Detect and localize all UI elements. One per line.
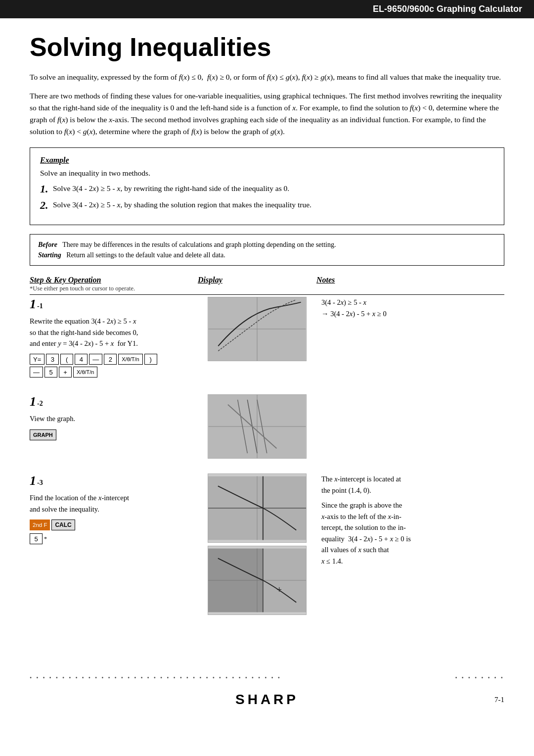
header-bar: EL-9650/9600c Graphing Calculator (0, 0, 534, 18)
dots-left: • • • • • • • • • • • • • • • • • • • • … (30, 674, 281, 682)
graph-1-1 (208, 297, 307, 361)
header-title: EL-9650/9600c Graphing Calculator (373, 4, 522, 14)
step-1-3-notes: The x-intercept is located atthe point (… (316, 473, 504, 567)
intro-paragraph-2: There are two methods of finding these v… (30, 90, 504, 138)
step-1-1-notes: 3(4 - 2x) ≥ 5 - x → 3(4 - 2x) - 5 + x ≥ … (316, 297, 504, 319)
step-1-2-display (198, 394, 316, 459)
header-display-label: Display (198, 276, 316, 284)
step-1-1-number: 1 -1 (30, 297, 198, 312)
step-1-2-left: 1 -2 View the graph. GRAPH (30, 394, 198, 442)
step-1-2-keys: GRAPH (30, 429, 198, 440)
step-1-3-row: 1 -3 Find the location of the x-intercep… (30, 473, 504, 615)
footer-divider: • • • • • • • • • • • • • • • • • • • • … (0, 674, 534, 682)
key-2: 2 (104, 354, 117, 365)
key-y-equals: Y= (30, 354, 44, 365)
key-3: 3 (46, 354, 59, 365)
header-step-label: Step & Key Operation (30, 276, 198, 284)
key-open-paren: ( (60, 354, 73, 365)
key-minus-2: — (30, 367, 43, 378)
key-5-calc: 5 (30, 533, 43, 544)
step-1-3-left: 1 -3 Find the location of the x-intercep… (30, 473, 198, 546)
step-1-2-desc: View the graph. (30, 413, 198, 424)
step-1-1-desc: Rewrite the equation 3(4 - 2x) ≥ 5 - x s… (30, 316, 198, 349)
key-2nd-f: 2nd F (30, 520, 50, 530)
step-1-3-keys-row1: 2nd F CALC (30, 520, 198, 530)
example-label: Example (40, 156, 494, 165)
step-1-1-keys-row2: — 5 + X/θ/T/n (30, 367, 198, 378)
example-solve-text: Solve an inequality in two methods. (40, 169, 494, 178)
step-1-1-display (198, 297, 316, 361)
page-title: Solving Inequalities (30, 33, 504, 61)
footer: SHARP 7-1 (0, 687, 534, 712)
key-close-paren: ) (144, 354, 157, 365)
step-1-1-keys-row1: Y= 3 ( 4 — 2 X/θ/T/n ) (30, 354, 198, 365)
header-notes-label: Notes (316, 276, 504, 284)
step-1-3-number: 1 -3 (30, 473, 198, 488)
key-calc: CALC (51, 520, 75, 530)
intro-paragraph-1: To solve an inequality, expressed by the… (30, 71, 504, 83)
key-minus-1: — (89, 354, 102, 365)
key-xthetan-1: X/θ/T/n (118, 354, 142, 365)
note-starting-text: Return all settings to the default value… (66, 251, 225, 259)
col-header-display: Display (198, 276, 316, 292)
step-1-3-display: + (198, 473, 316, 615)
main-content: Solving Inequalities To solve an inequal… (0, 18, 534, 660)
table-header: Step & Key Operation *Use either pen tou… (30, 276, 504, 295)
key-xthetan-2: X/θ/T/n (73, 367, 97, 378)
dots-right: • • • • • • • • (455, 674, 504, 682)
header-step-sub: *Use either pen touch or cursor to opera… (30, 285, 198, 292)
graph-1-3-bottom: + (208, 546, 307, 615)
note-box: Before There may be differences in the r… (30, 234, 504, 266)
note-starting-label: Starting (38, 251, 61, 259)
step-1-1-left: 1 -1 Rewrite the equation 3(4 - 2x) ≥ 5 … (30, 297, 198, 379)
svg-rect-14 (208, 549, 263, 613)
step-1-1-row: 1 -1 Rewrite the equation 3(4 - 2x) ≥ 5 … (30, 297, 504, 379)
example-box: Example Solve an inequality in two metho… (30, 147, 504, 225)
step-1-2-row: 1 -2 View the graph. GRAPH (30, 394, 504, 459)
step-1-3-desc: Find the location of the x-intercept and… (30, 492, 198, 515)
key-4: 4 (75, 354, 88, 365)
note-before-label: Before (38, 241, 57, 248)
key-plus: + (59, 367, 72, 378)
note-before-text: There may be differences in the results … (62, 241, 336, 248)
graph-1-3-top (208, 473, 307, 543)
key-5: 5 (44, 367, 57, 378)
example-item-1: 1. Solve 3(4 - 2x) ≥ 5 - x, by rewriting… (40, 183, 494, 195)
asterisk-note: * (44, 535, 47, 543)
two-graphs-container: + (208, 473, 307, 615)
col-header-notes: Notes (316, 276, 504, 292)
sharp-logo: SHARP (235, 692, 299, 708)
step-1-2-number: 1 -2 (30, 394, 198, 409)
graph-1-2 (208, 394, 307, 459)
step-1-3-keys-row2: 5 * (30, 533, 198, 544)
page-number: 7-1 (494, 696, 504, 704)
example-item-2: 2. Solve 3(4 - 2x) ≥ 5 - x, by shading t… (40, 199, 494, 212)
key-graph: GRAPH (30, 429, 56, 440)
col-header-step: Step & Key Operation *Use either pen tou… (30, 276, 198, 292)
